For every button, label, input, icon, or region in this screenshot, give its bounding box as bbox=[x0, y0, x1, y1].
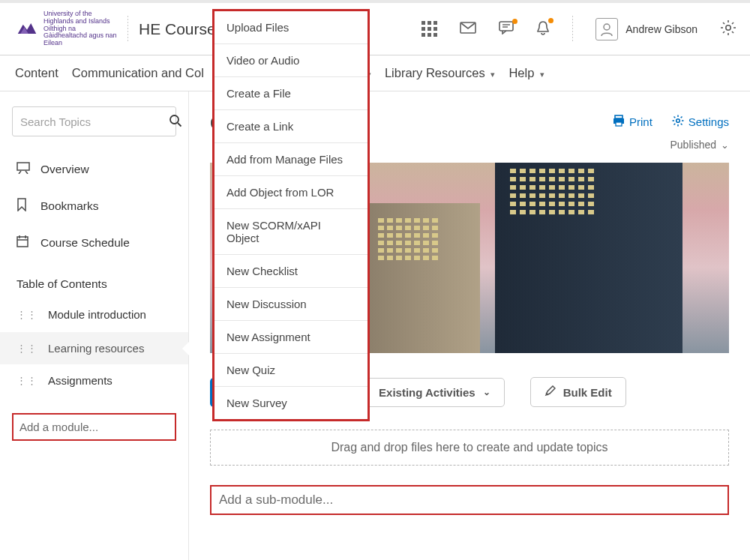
svg-line-33 bbox=[680, 117, 682, 118]
chat-icon[interactable] bbox=[499, 21, 514, 37]
drag-handle-icon[interactable]: ⋮⋮ bbox=[16, 309, 38, 320]
existing-activities-button[interactable]: Existing Activities ⌄ bbox=[364, 378, 505, 407]
username: Andrew Gibson bbox=[626, 23, 698, 35]
notification-dot bbox=[512, 19, 518, 24]
svg-line-13 bbox=[723, 31, 724, 33]
label: Assignments bbox=[48, 374, 112, 387]
menu-new-quiz[interactable]: New Quiz bbox=[214, 354, 368, 387]
placeholder: Add a module... bbox=[20, 421, 98, 433]
bell-icon[interactable] bbox=[536, 20, 550, 37]
label: Overview bbox=[40, 163, 89, 176]
divider bbox=[128, 16, 128, 43]
toc-item-module-intro[interactable]: ⋮⋮ Module introduction bbox=[0, 297, 188, 332]
gear-icon bbox=[672, 115, 684, 129]
label: Module introduction bbox=[48, 307, 146, 322]
add-module-input[interactable]: Add a module... bbox=[12, 413, 176, 441]
chevron-down-icon: ⌄ bbox=[721, 139, 729, 151]
mail-icon[interactable] bbox=[460, 22, 476, 36]
menu-new-checklist[interactable]: New Checklist bbox=[214, 255, 368, 288]
svg-rect-16 bbox=[17, 163, 29, 170]
notification-dot bbox=[548, 18, 554, 23]
print-icon bbox=[613, 115, 625, 129]
label: Print bbox=[629, 115, 652, 128]
menu-create-file[interactable]: Create a File bbox=[214, 77, 368, 110]
svg-rect-1 bbox=[500, 22, 513, 31]
menu-new-survey[interactable]: New Survey bbox=[214, 387, 368, 419]
org-name: University of the Highlands and Islands … bbox=[44, 10, 117, 47]
svg-point-14 bbox=[170, 115, 178, 124]
svg-line-18 bbox=[26, 171, 28, 174]
drag-handle-icon[interactable]: ⋮⋮ bbox=[16, 343, 38, 354]
chevron-down-icon: ⌄ bbox=[483, 387, 490, 397]
nav-communication[interactable]: Communication and Col bbox=[72, 66, 204, 80]
search-input[interactable] bbox=[20, 115, 163, 128]
svg-line-34 bbox=[674, 124, 675, 125]
header-icons: Andrew Gibson bbox=[422, 16, 736, 43]
sidebar: Overview Bookmarks Course Schedule Table… bbox=[0, 91, 189, 560]
label: Bulk Edit bbox=[563, 386, 612, 399]
svg-rect-25 bbox=[616, 122, 622, 126]
menu-new-discussion[interactable]: New Discussion bbox=[214, 288, 368, 321]
logo-icon bbox=[16, 20, 38, 37]
label: Published bbox=[670, 139, 717, 151]
sidebar-overview[interactable]: Overview bbox=[0, 151, 188, 187]
label: Drag and drop files here to create and u… bbox=[331, 441, 608, 454]
drag-handle-icon[interactable]: ⋮⋮ bbox=[16, 375, 38, 386]
svg-line-15 bbox=[178, 123, 182, 127]
menu-new-assignment[interactable]: New Assignment bbox=[214, 321, 368, 354]
label: Bookmarks bbox=[40, 199, 99, 213]
label: Existing Activities bbox=[379, 386, 476, 399]
toc-heading[interactable]: Table of Contents bbox=[0, 261, 188, 297]
toc-item-assignments[interactable]: ⋮⋮ Assignments bbox=[0, 364, 188, 397]
org-logo[interactable]: University of the Highlands and Islands … bbox=[16, 10, 117, 47]
svg-rect-23 bbox=[615, 115, 622, 118]
presentation-icon bbox=[16, 162, 30, 177]
gear-icon[interactable] bbox=[720, 19, 736, 38]
toc-item-learning-resources[interactable]: ⋮⋮ Learning resources bbox=[0, 332, 188, 364]
menu-upload-files[interactable]: Upload Files bbox=[214, 11, 368, 44]
svg-line-11 bbox=[732, 31, 734, 33]
add-submodule-input[interactable]: Add a sub-module... bbox=[210, 485, 729, 515]
nav-content[interactable]: Content bbox=[15, 66, 58, 80]
avatar bbox=[596, 18, 618, 40]
nav-library[interactable]: Library Resources ▾ bbox=[385, 66, 495, 80]
apps-icon[interactable] bbox=[422, 21, 437, 37]
svg-point-5 bbox=[726, 25, 730, 30]
menu-add-manage-files[interactable]: Add from Manage Files bbox=[214, 143, 368, 176]
sidebar-schedule[interactable]: Course Schedule bbox=[0, 225, 188, 261]
pencil-icon bbox=[544, 385, 556, 399]
sidebar-bookmarks[interactable]: Bookmarks bbox=[0, 187, 188, 225]
search-icon[interactable] bbox=[169, 114, 182, 130]
svg-line-32 bbox=[680, 124, 682, 125]
svg-point-4 bbox=[604, 24, 610, 30]
user-menu[interactable]: Andrew Gibson bbox=[596, 18, 698, 40]
menu-video-audio[interactable]: Video or Audio bbox=[214, 44, 368, 77]
menu-create-link[interactable]: Create a Link bbox=[214, 110, 368, 143]
bulk-edit-button[interactable]: Bulk Edit bbox=[530, 377, 626, 407]
dropzone[interactable]: Drag and drop files here to create and u… bbox=[210, 430, 729, 466]
svg-line-12 bbox=[732, 22, 734, 24]
nav-row: Content Communication and Col ▾ Library … bbox=[0, 55, 750, 91]
label: Settings bbox=[688, 115, 729, 128]
placeholder: Add a sub-module... bbox=[219, 493, 333, 507]
menu-new-scorm[interactable]: New SCORM/xAPI Object bbox=[214, 209, 368, 255]
calendar-icon bbox=[16, 235, 30, 250]
search-topics[interactable] bbox=[12, 106, 176, 136]
settings-button[interactable]: Settings bbox=[672, 115, 729, 129]
svg-line-10 bbox=[723, 22, 724, 24]
bookmark-icon bbox=[16, 198, 30, 214]
upload-create-menu: Upload Files Video or Audio Create a Fil… bbox=[212, 9, 370, 421]
top-bar: University of the Highlands and Islands … bbox=[0, 0, 750, 55]
svg-point-26 bbox=[676, 119, 680, 123]
svg-rect-19 bbox=[17, 237, 28, 247]
nav-help[interactable]: Help ▾ bbox=[508, 66, 544, 80]
menu-add-lor[interactable]: Add Object from LOR bbox=[214, 176, 368, 209]
label: Learning resources bbox=[48, 342, 144, 355]
svg-line-17 bbox=[19, 171, 21, 174]
label: Course Schedule bbox=[40, 236, 130, 250]
divider bbox=[572, 16, 573, 43]
svg-line-31 bbox=[674, 117, 675, 118]
print-button[interactable]: Print bbox=[613, 115, 652, 129]
